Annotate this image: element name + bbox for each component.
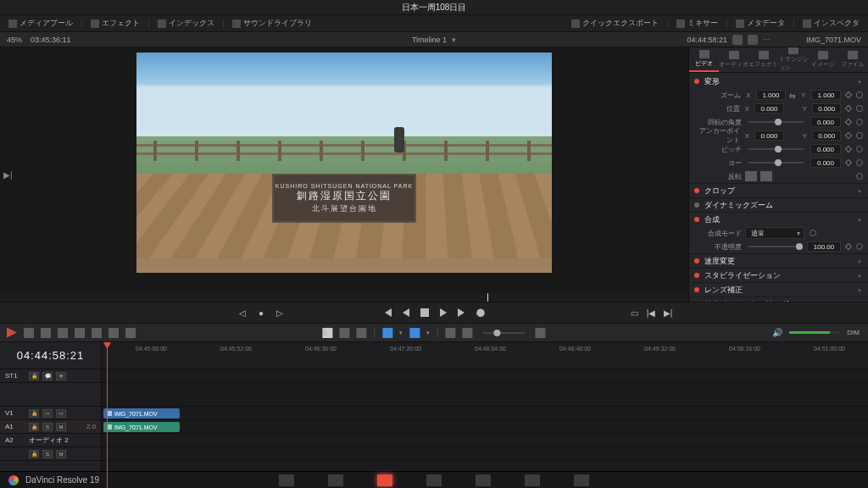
- page-cut[interactable]: [328, 474, 343, 486]
- solo-button[interactable]: S: [42, 450, 53, 458]
- track-head-a1[interactable]: A1🔒SM2.0: [0, 420, 101, 434]
- mark-dot-icon[interactable]: ●: [256, 308, 266, 318]
- keyframe-icon[interactable]: [845, 132, 852, 139]
- keyframe-icon[interactable]: [845, 159, 852, 166]
- zoom-percent[interactable]: 45%: [7, 36, 22, 44]
- keyframe-icon[interactable]: [845, 243, 852, 250]
- tab-video[interactable]: ビデオ: [689, 47, 719, 72]
- snap-icon[interactable]: 𝕊: [322, 328, 332, 338]
- jump-next-icon[interactable]: ▶|: [663, 308, 673, 318]
- jump-prev-icon[interactable]: |◀: [646, 308, 656, 318]
- reset-icon[interactable]: [856, 119, 863, 125]
- reset-icon[interactable]: [810, 230, 816, 236]
- page-fairlight[interactable]: [525, 474, 540, 486]
- anchor-x-input[interactable]: 0.000: [754, 130, 784, 141]
- selection-tool-icon[interactable]: [7, 328, 17, 338]
- section-stabilization[interactable]: スタビライゼーション＋: [689, 269, 868, 282]
- track-a2-lane[interactable]: [102, 434, 868, 447]
- menu-mixer[interactable]: ミキサー: [673, 18, 721, 29]
- enable-dot[interactable]: [694, 202, 699, 208]
- blade-tool-icon[interactable]: [41, 328, 51, 338]
- audio-clip[interactable]: IMG_7071.MOV: [103, 422, 180, 432]
- menu-metadata[interactable]: メタデータ: [732, 18, 788, 29]
- flip-v-icon[interactable]: [760, 171, 772, 181]
- flip-h-icon[interactable]: [745, 171, 757, 181]
- video-clip[interactable]: IMG_7071.MOV: [103, 408, 180, 419]
- zoom-slider[interactable]: [483, 332, 526, 334]
- zoom-fit-icon[interactable]: [536, 328, 546, 338]
- tab-image[interactable]: イメージ: [809, 47, 838, 72]
- overwrite-icon[interactable]: [75, 328, 85, 338]
- yaw-input[interactable]: 0.000: [810, 158, 841, 168]
- pos-x-input[interactable]: 0.000: [754, 103, 784, 114]
- viewer-opt-icon[interactable]: [732, 35, 743, 45]
- menu-inspector[interactable]: インスペクタ: [799, 18, 863, 29]
- page-edit[interactable]: [377, 474, 392, 486]
- insert-icon[interactable]: [58, 328, 68, 338]
- menu-quick-export[interactable]: クイックエクスポート: [568, 18, 662, 29]
- tab-file[interactable]: ファイル: [838, 47, 868, 72]
- eye-icon[interactable]: ▭: [56, 409, 66, 418]
- reset-icon[interactable]: [856, 173, 863, 180]
- track-head-st1[interactable]: ST1🔒💬👁: [0, 369, 101, 383]
- lock-icon[interactable]: 🔒: [29, 409, 39, 418]
- zoom-in-icon[interactable]: [463, 328, 473, 338]
- timeline-name[interactable]: Timeline 1: [412, 36, 447, 44]
- chevron-down-icon[interactable]: ▾: [452, 36, 456, 44]
- section-composite[interactable]: 合成＋: [689, 213, 868, 226]
- track-v1-lane[interactable]: IMG_7071.MOV: [102, 407, 868, 420]
- keyframe-icon[interactable]: [845, 105, 852, 112]
- page-media[interactable]: [279, 474, 294, 486]
- section-transform[interactable]: 変形＋: [689, 75, 868, 88]
- chevron-down-icon[interactable]: ▾: [399, 330, 403, 336]
- append-icon[interactable]: [125, 328, 136, 338]
- zoom-x-input[interactable]: 1.000: [756, 90, 786, 100]
- lock-icon[interactable]: 🔒: [29, 372, 39, 380]
- reset-icon[interactable]: [856, 243, 863, 250]
- zoom-out-icon[interactable]: [446, 328, 456, 338]
- stop-button[interactable]: [420, 308, 430, 318]
- link-icon[interactable]: ⇆: [789, 92, 796, 98]
- tab-effects[interactable]: エフェクト: [748, 47, 778, 72]
- rotation-slider[interactable]: [748, 121, 804, 123]
- reset-icon[interactable]: [856, 105, 863, 112]
- enable-dot[interactable]: [694, 188, 699, 193]
- section-crop[interactable]: クロップ＋: [689, 184, 868, 197]
- chevron-down-icon[interactable]: ▾: [426, 330, 430, 336]
- speaker-icon[interactable]: 🔊: [772, 328, 782, 337]
- track-a1-lane[interactable]: IMG_7071.MOV: [102, 420, 868, 434]
- link-icon[interactable]: [339, 328, 349, 338]
- menu-media-pool[interactable]: メディアプール: [5, 18, 76, 29]
- lock-icon[interactable]: 🔒: [29, 423, 39, 431]
- reset-icon[interactable]: [856, 132, 863, 139]
- auto-select-icon[interactable]: ▭: [42, 409, 53, 418]
- marker-icon[interactable]: [409, 328, 420, 338]
- mute-button[interactable]: M: [56, 423, 66, 431]
- track-head-a2-controls[interactable]: 🔒SM: [0, 447, 101, 461]
- dim-button[interactable]: DIM: [847, 329, 860, 336]
- track-a2-lane2[interactable]: [102, 447, 868, 461]
- prev-frame-button[interactable]: [401, 308, 411, 318]
- anchor-y-input[interactable]: 0.000: [812, 130, 842, 141]
- track-head-v1[interactable]: V1🔒▭▭: [0, 407, 101, 420]
- track-st1-lane[interactable]: [102, 369, 868, 383]
- timeline-tracks[interactable]: 04:45:08:00 04:45:52:00 04:46:36:00 04:4…: [102, 342, 868, 488]
- yaw-slider[interactable]: [748, 162, 804, 164]
- enable-dot[interactable]: [694, 287, 699, 292]
- solo-button[interactable]: S: [42, 423, 53, 431]
- resolve-logo-icon[interactable]: [8, 475, 19, 485]
- reset-icon[interactable]: [856, 92, 863, 98]
- first-frame-button[interactable]: [382, 308, 392, 318]
- reset-icon[interactable]: [856, 146, 863, 152]
- section-lens[interactable]: レンズ補正＋: [689, 283, 868, 297]
- time-ruler[interactable]: 04:45:08:00 04:45:52:00 04:46:36:00 04:4…: [102, 342, 868, 369]
- enable-dot[interactable]: [694, 79, 699, 84]
- opacity-input[interactable]: 100.00: [807, 241, 841, 252]
- section-dynamic-zoom[interactable]: ダイナミックズーム: [689, 198, 868, 212]
- eye-icon[interactable]: 👁: [56, 372, 66, 380]
- loop-button[interactable]: [476, 308, 486, 318]
- pos-y-input[interactable]: 0.000: [812, 103, 842, 114]
- mark-in-icon[interactable]: ◁: [237, 308, 248, 318]
- position-bar[interactable]: [0, 293, 688, 302]
- lock-icon[interactable]: 🔒: [29, 450, 39, 458]
